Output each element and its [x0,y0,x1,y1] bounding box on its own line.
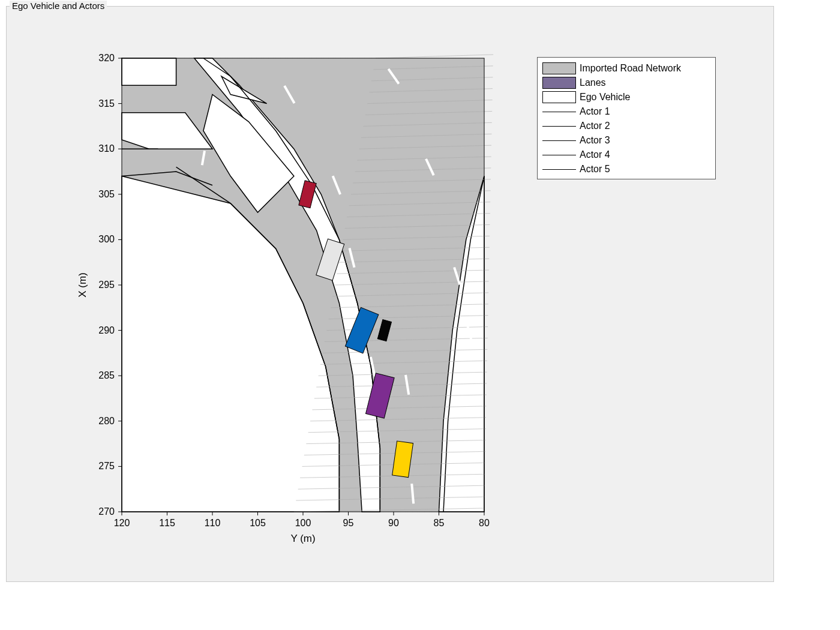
svg-text:120: 120 [114,518,130,528]
legend-item[interactable]: Actor 1 [542,104,710,119]
legend-line [542,126,576,127]
svg-text:310: 310 [98,143,115,154]
svg-line-88 [376,55,493,58]
legend-label: Imported Road Network [580,63,681,74]
legend-item[interactable]: Imported Road Network [542,61,710,76]
legend-label: Lanes [580,77,606,88]
svg-text:95: 95 [343,518,354,528]
svg-text:280: 280 [98,416,115,426]
legend-swatch [542,62,576,74]
svg-text:80: 80 [479,518,490,528]
svg-text:100: 100 [295,518,311,528]
scenario-panel: Ego Vehicle and Actors 12011511010510095… [6,6,774,582]
svg-text:85: 85 [434,518,445,528]
legend-item[interactable]: Ego Vehicle [542,90,710,104]
svg-text:275: 275 [98,461,115,471]
legend-label: Ego Vehicle [580,92,631,103]
bird-eye-plot[interactable]: 1201151101051009590858027027528028529029… [122,58,484,512]
legend-line [542,140,576,141]
svg-text:300: 300 [98,234,115,244]
svg-text:115: 115 [159,518,175,528]
svg-text:90: 90 [388,518,399,528]
svg-text:270: 270 [98,506,115,517]
legend-swatch [542,91,576,103]
svg-text:295: 295 [98,280,115,290]
legend-item[interactable]: Actor 2 [542,119,710,133]
plot-svg: 1201151101051009590858027027528028529029… [122,58,484,512]
legend-item[interactable]: Actor 5 [542,162,710,176]
svg-text:315: 315 [98,98,115,109]
legend-item[interactable]: Actor 3 [542,133,710,148]
panel-title: Ego Vehicle and Actors [10,1,107,11]
legend-line [542,155,576,155]
plot-legend[interactable]: Imported Road NetworkLanesEgo VehicleAct… [537,57,716,179]
y-axis-label: X (m) [77,272,88,298]
legend-item[interactable]: Actor 4 [542,148,710,162]
legend-swatch [542,77,576,89]
svg-text:320: 320 [98,53,115,63]
legend-label: Actor 4 [580,149,610,160]
legend-line [542,169,576,170]
svg-text:290: 290 [98,325,115,335]
svg-text:285: 285 [98,370,115,380]
x-axis-label: Y (m) [290,533,315,544]
svg-text:305: 305 [98,189,115,199]
legend-label: Actor 2 [580,121,610,131]
legend-label: Actor 1 [580,106,610,117]
svg-text:105: 105 [250,518,266,528]
legend-label: Actor 3 [580,135,610,146]
legend-label: Actor 5 [580,164,610,175]
svg-text:110: 110 [205,518,221,528]
legend-line [542,112,576,112]
legend-item[interactable]: Lanes [542,76,710,90]
